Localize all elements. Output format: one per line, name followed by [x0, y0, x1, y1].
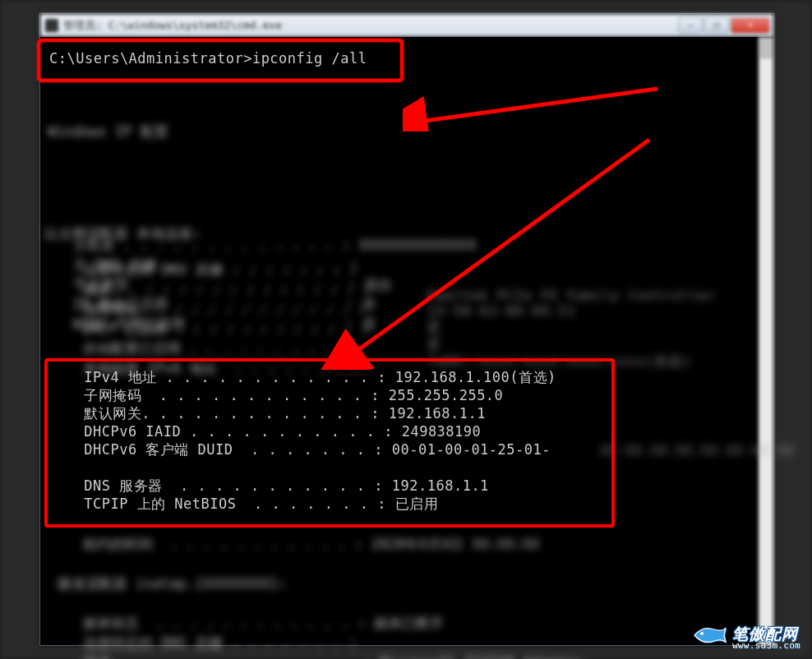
netbios-value: 已启用 — [395, 495, 439, 512]
blurred-tail-block: 租约的时间 . . . . . . . . . . . : 2020年X月X日 … — [58, 534, 582, 659]
svg-point-4 — [700, 632, 704, 635]
blurred-duid-tail: XX-XX-XX-XX-XX-XX-XX-XX — [600, 442, 793, 459]
ipv4-row: IPv4 地址 . . . . . . . . . . . . : 192.16… — [58, 368, 556, 386]
subnet-value: 255.255.255.0 — [389, 387, 504, 403]
dns-row: DNS 服务器 . . . . . . . . . . . : 192.168.… — [58, 477, 556, 495]
duid-value: 00-01-00-01-25-01- — [392, 441, 551, 458]
blurred-adapter-header: 以太网适配器 本地连接: — [44, 224, 201, 243]
iaid-value: 249838190 — [402, 423, 482, 440]
ipv4-value: 192.168.1.100(首选) — [395, 369, 556, 385]
maximize-button[interactable]: □ — [704, 17, 729, 34]
command-prompt-line: C:\Users\Administrator>ipconfig /all — [49, 49, 367, 67]
watermark: 笔傲配网 www.sa3m.com — [693, 623, 800, 651]
dns-value: 192.168.1.1 — [392, 477, 489, 494]
window-titlebar[interactable]: 管理员: C:\windows\system32\cmd.exe — □ × — [40, 14, 773, 37]
close-button[interactable]: × — [731, 17, 770, 34]
command-text: C:\Users\Administrator>ipconfig /all — [49, 50, 367, 67]
scrollbar-thumb[interactable] — [760, 39, 772, 58]
subnet-row: 子网掩码 . . . . . . . . . . . . : 255.255.2… — [58, 386, 556, 404]
watermark-url: www.sa3m.com — [732, 641, 800, 651]
gateway-value: 192.168.1.1 — [389, 405, 486, 422]
watermark-cn: 笔傲配网 — [732, 626, 800, 643]
network-info-block: IPv4 地址 . . . . . . . . . . . . : 192.16… — [58, 368, 556, 513]
netbios-row: TCPIP 上的 NetBIOS . . . . . . . : 已启用 — [58, 495, 556, 513]
watermark-fish-icon — [693, 623, 727, 651]
blurred-adapter-values: Realtek PCIe FE Family Controller 14-58-… — [427, 288, 716, 371]
blurred-adapter-block: 连接特定的 DNS 后缀 . . . . . . . : 描述. . . . .… — [58, 260, 371, 378]
window-title: 管理员: C:\windows\system32\cmd.exe — [63, 14, 676, 37]
dhcpv6-iaid-row: DHCPv6 IAID . . . . . . . . . . . : 2498… — [58, 422, 556, 440]
scrollbar[interactable] — [759, 37, 773, 645]
dhcpv6-duid-row: DHCPv6 客户端 DUID . . . . . . . : 00-01-00… — [58, 440, 556, 459]
window-controls: — □ × — [676, 17, 773, 34]
gateway-row: 默认网关. . . . . . . . . . . . . : 192.168.… — [58, 404, 556, 422]
cmd-icon — [45, 19, 58, 32]
minimize-button[interactable]: — — [678, 17, 703, 34]
